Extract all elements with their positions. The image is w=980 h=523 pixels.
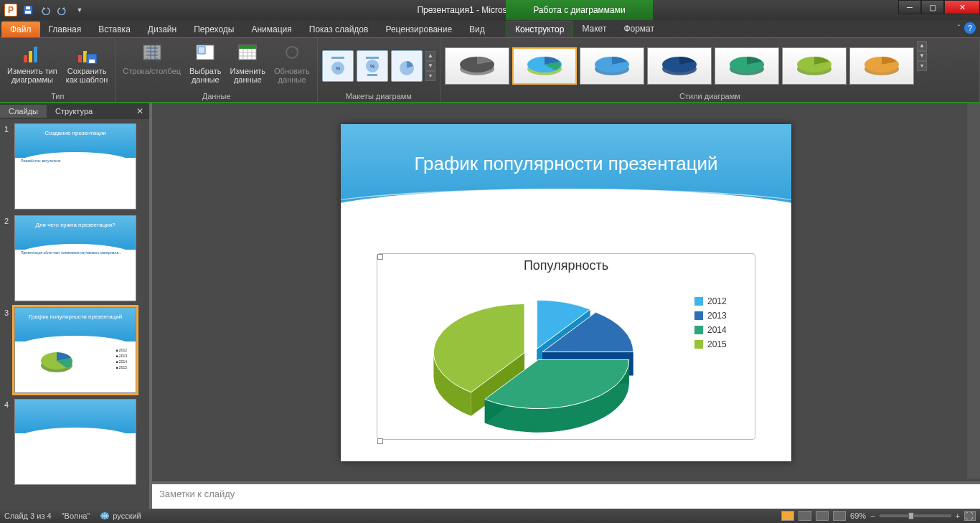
svg-rect-17	[331, 57, 344, 59]
chart-layout-3[interactable]	[391, 50, 423, 82]
tab-design[interactable]: Дизайн	[139, 22, 185, 37]
legend-item-2013: 2013	[694, 311, 750, 321]
tab-transitions[interactable]: Переходы	[185, 22, 242, 37]
chart-legend: 2012201320142015	[690, 278, 755, 438]
svg-rect-14	[239, 45, 256, 49]
tab-view[interactable]: Вид	[461, 22, 494, 37]
chart-style-3[interactable]	[580, 47, 644, 85]
svg-rect-3	[24, 55, 27, 62]
status-slide-info: Слайд 3 из 4	[4, 512, 52, 520]
redo-icon[interactable]	[55, 2, 70, 18]
ribbon: Изменить тип диаграммы Сохранить как шаб…	[0, 37, 980, 103]
maximize-button[interactable]: ▢	[921, 0, 944, 14]
svg-rect-4	[29, 51, 32, 62]
svg-text:%: %	[370, 64, 374, 69]
svg-point-15	[286, 47, 298, 58]
context-tab-title: Работа с диаграммами	[506, 0, 653, 20]
tab-home[interactable]: Главная	[40, 22, 90, 37]
zoom-level[interactable]: 69%	[850, 512, 866, 520]
switch-row-col-button[interactable]: Строка/столбец	[120, 41, 184, 90]
chart-object[interactable]: Популярность 2012201320142015	[377, 253, 755, 440]
view-slideshow-button[interactable]	[833, 511, 846, 521]
slide-title[interactable]: График популярности презентаций	[341, 153, 791, 175]
svg-rect-9	[89, 60, 95, 63]
svg-rect-5	[34, 47, 37, 62]
thumbnail-4[interactable]	[14, 399, 136, 485]
thumbnail-1[interactable]: Создание презентации Разработка: ветучит…	[14, 123, 136, 209]
tab-insert[interactable]: Вставка	[90, 22, 139, 37]
minimize-ribbon-icon[interactable]: ˆ	[958, 24, 960, 32]
zoom-out-icon[interactable]: −	[870, 512, 875, 520]
undo-icon[interactable]	[37, 2, 53, 18]
pie-chart	[377, 278, 690, 438]
chart-layout-2[interactable]: %	[357, 50, 388, 82]
tab-review[interactable]: Рецензирование	[377, 22, 461, 37]
chart-style-2[interactable]	[512, 47, 577, 85]
chart-layout-1[interactable]: %	[322, 50, 354, 82]
save-icon[interactable]	[20, 2, 36, 18]
save-template-button[interactable]: Сохранить как шаблон	[63, 41, 111, 90]
chart-style-6[interactable]	[782, 47, 847, 85]
svg-rect-6	[78, 55, 82, 62]
view-sorter-button[interactable]	[798, 511, 811, 521]
svg-rect-20	[366, 57, 379, 59]
tab-slideshow[interactable]: Показ слайдов	[301, 22, 377, 37]
thumbnail-2[interactable]: Для чего нужна презентация? Презентация …	[14, 215, 136, 301]
layout-gallery-scroll[interactable]: ▲▼▾	[425, 51, 435, 81]
chart-style-5[interactable]	[715, 47, 779, 85]
panel-tab-outline[interactable]: Структура	[47, 105, 101, 118]
vertical-scrollbar[interactable]	[967, 103, 980, 479]
svg-text:%: %	[336, 66, 340, 71]
tab-chart-format[interactable]: Формат	[615, 21, 663, 37]
tab-file[interactable]: Файл	[1, 22, 40, 37]
status-theme: "Волна"	[62, 512, 90, 520]
refresh-data-button[interactable]: Обновить данные	[271, 41, 313, 90]
ribbon-group-styles: ▲▼▾ Стили диаграмм	[440, 38, 980, 102]
chart-style-4[interactable]	[647, 47, 712, 85]
select-data-button[interactable]: Выбрать данные	[187, 41, 224, 90]
app-icon[interactable]: P	[3, 2, 19, 18]
fit-window-button[interactable]: ⛶	[964, 511, 976, 521]
window-controls: ─ ▢ ✕	[898, 0, 980, 14]
zoom-slider[interactable]	[880, 514, 951, 517]
zoom-in-icon[interactable]: +	[956, 512, 960, 520]
tab-chart-design[interactable]: Конструктор	[506, 21, 573, 37]
qat-dropdown-icon[interactable]: ▼	[72, 2, 88, 18]
help-icon[interactable]: ?	[964, 22, 976, 34]
panel-close-icon[interactable]: ✕	[131, 106, 149, 116]
minimize-button[interactable]: ─	[898, 0, 921, 14]
thumbnail-3[interactable]: График популярности презентаций ■ 2012■ …	[14, 307, 136, 393]
edit-data-button[interactable]: Изменить данные	[227, 41, 268, 90]
ribbon-group-layouts: % % ▲▼▾ Макеты диаграмм	[318, 38, 440, 102]
slide-panel: Слайды Структура ✕ 1 Создание презентаци…	[0, 103, 152, 509]
status-bar: Слайд 3 из 4 "Волна" русский 69% − + ⛶	[0, 509, 980, 523]
chart-title: Популярность	[377, 254, 755, 278]
svg-rect-12	[198, 47, 205, 54]
svg-rect-7	[83, 51, 87, 62]
legend-item-2015: 2015	[694, 339, 750, 349]
panel-tab-slides[interactable]: Слайды	[0, 105, 47, 118]
ribbon-group-type: Изменить тип диаграммы Сохранить как шаб…	[0, 38, 116, 102]
ribbon-group-data: Строка/столбец Выбрать данные Изменить д…	[116, 38, 318, 102]
svg-rect-2	[26, 6, 30, 9]
chart-style-1[interactable]	[445, 47, 509, 85]
ribbon-tabs: Файл Главная Вставка Дизайн Переходы Ани…	[0, 20, 980, 37]
notes-pane[interactable]: Заметки к слайду	[152, 481, 980, 509]
language-icon[interactable]: русский	[100, 512, 141, 520]
tab-animation[interactable]: Анимация	[242, 22, 300, 37]
svg-rect-10	[143, 45, 161, 60]
legend-item-2012: 2012	[694, 296, 750, 306]
style-gallery-scroll[interactable]: ▲▼▾	[917, 41, 927, 90]
workspace: Слайды Структура ✕ 1 Создание презентаци…	[0, 103, 980, 509]
svg-rect-21	[367, 74, 377, 76]
close-button[interactable]: ✕	[944, 0, 980, 14]
title-bar: P ▼ Презентация1 - Microsoft PowerPoint …	[0, 0, 980, 20]
view-reading-button[interactable]	[816, 511, 829, 521]
view-normal-button[interactable]	[781, 511, 794, 521]
change-chart-type-button[interactable]: Изменить тип диаграммы	[4, 41, 60, 90]
slide: График популярности презентаций Популярн…	[341, 124, 791, 461]
tab-chart-layout[interactable]: Макет	[573, 21, 615, 37]
canvas[interactable]: График популярности презентаций Популярн…	[152, 103, 980, 481]
chart-style-7[interactable]	[849, 47, 914, 85]
thumbnail-list: 1 Создание презентации Разработка: ветуч…	[0, 119, 149, 509]
